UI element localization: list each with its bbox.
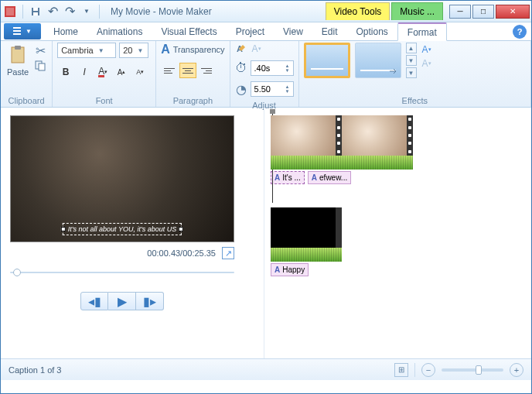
group-clipboard: Paste ✂ Clipboard — [1, 41, 53, 107]
redo-button[interactable]: ↷ — [62, 4, 77, 19]
svg-rect-1 — [6, 8, 14, 15]
maximize-button[interactable]: □ — [472, 5, 494, 19]
align-right-button[interactable] — [198, 63, 215, 78]
paste-button[interactable]: Paste — [5, 43, 30, 78]
timeline-clip-3[interactable] — [271, 207, 342, 248]
audio-track-2[interactable] — [271, 248, 342, 262]
timeline-clip-1[interactable] — [271, 115, 342, 156]
view-toggle-button[interactable]: ⊞ — [394, 363, 408, 377]
group-clipboard-label: Clipboard — [5, 94, 47, 107]
grow-font-button[interactable]: A▴ — [113, 64, 130, 80]
svg-rect-4 — [33, 12, 38, 15]
ribbon: Paste ✂ Clipboard Cambria▼ 20▼ B I A▾ A▴… — [1, 41, 531, 108]
start-time-spinner[interactable]: .40s▲▼ — [251, 60, 294, 76]
outline-a-button[interactable]: A▾ — [420, 44, 434, 55]
svg-rect-7 — [13, 33, 21, 35]
preview-monitor[interactable]: It's not all about YOU, it's about US — [10, 115, 234, 242]
effect-thumb-2[interactable] — [355, 43, 401, 78]
tab-options[interactable]: Options — [347, 22, 397, 40]
titlebar: ↶ ↷ ▼ My Movie - Movie Maker Video Tools… — [1, 1, 531, 22]
effects-gallery-nav[interactable]: ▲▼▼ — [406, 43, 417, 78]
tab-visual-effects[interactable]: Visual Effects — [152, 22, 226, 40]
ribbon-tabs: ▼ Home Animations Visual Effects Project… — [1, 22, 531, 41]
group-effects-label: Effects — [304, 94, 526, 107]
qat-dropdown[interactable]: ▼ — [79, 4, 94, 19]
svg-rect-9 — [15, 46, 21, 50]
context-tab-video-tools[interactable]: Video Tools — [326, 2, 390, 20]
group-paragraph: ATransparency Paragraph — [156, 41, 230, 107]
edit-text-icon[interactable]: A — [235, 43, 247, 55]
bold-button[interactable]: B — [57, 64, 74, 80]
tab-edit[interactable]: Edit — [312, 22, 347, 40]
group-font-label: Font — [57, 94, 151, 107]
group-adjust: A A▾ ⏱ .40s▲▼ ◔ 5.50▲▼ Adjust — [230, 41, 299, 107]
group-paragraph-label: Paragraph — [161, 94, 224, 107]
svg-rect-5 — [13, 27, 21, 29]
font-outline-icon[interactable]: A▾ — [251, 43, 263, 55]
italic-button[interactable]: I — [76, 64, 93, 80]
svg-rect-3 — [33, 8, 38, 11]
context-tab-music-tools[interactable]: Music ... — [391, 2, 443, 20]
svg-rect-11 — [39, 63, 45, 70]
zoom-in-button[interactable]: + — [510, 363, 523, 377]
status-bar: Caption 1 of 3 ⊞ − + — [1, 358, 531, 380]
fullscreen-button[interactable]: ↗ — [222, 247, 234, 259]
shrink-font-button[interactable]: A▾ — [131, 64, 148, 80]
outline-b-button[interactable]: A▾ — [420, 58, 434, 69]
font-size-combo[interactable]: 20▼ — [119, 43, 148, 58]
zoom-slider[interactable] — [442, 368, 503, 372]
play-button[interactable]: ▶ — [108, 292, 136, 310]
caption-block-2[interactable]: Aefwew... — [308, 171, 351, 184]
duration-icon: ◔ — [235, 83, 247, 95]
prev-frame-button[interactable]: ◂▮ — [80, 292, 108, 310]
tab-home[interactable]: Home — [44, 22, 87, 40]
close-button[interactable]: ✕ — [496, 5, 530, 19]
minimize-button[interactable]: ─ — [449, 5, 471, 19]
time-display: 00:00.43/00:25.35 — [147, 248, 216, 258]
font-family-combo[interactable]: Cambria▼ — [57, 43, 116, 58]
file-tab[interactable]: ▼ — [4, 23, 41, 39]
quick-access-toolbar: ↶ ↷ ▼ — [19, 4, 103, 19]
start-time-icon: ⏱ — [235, 62, 247, 74]
seek-thumb[interactable] — [13, 269, 21, 276]
duration-spinner[interactable]: 5.50▲▼ — [251, 81, 294, 97]
app-icon — [5, 6, 15, 17]
zoom-thumb[interactable] — [476, 365, 482, 375]
caption-block-3[interactable]: AHappy — [271, 263, 309, 276]
caption-block-1[interactable]: AIt's ... — [271, 171, 305, 184]
save-button[interactable] — [28, 4, 43, 19]
timeline-pane[interactable]: AIt's ... Aefwew... AHappy — [264, 108, 531, 358]
copy-button[interactable] — [33, 60, 47, 72]
svg-rect-6 — [13, 30, 21, 32]
seek-bar[interactable] — [10, 267, 234, 278]
group-font: Cambria▼ 20▼ B I A▾ A▴ A▾ Font — [53, 41, 156, 107]
transparency-button[interactable]: ATransparency — [161, 43, 224, 57]
timeline-clip-2[interactable] — [342, 115, 413, 156]
tab-project[interactable]: Project — [227, 22, 274, 40]
preview-pane: It's not all about YOU, it's about US 00… — [1, 108, 264, 358]
window-title: My Movie - Movie Maker — [111, 6, 212, 17]
caption-text-overlay[interactable]: It's not all about YOU, it's about US — [63, 223, 182, 235]
audio-track-1[interactable] — [271, 156, 413, 170]
status-caption-info: Caption 1 of 3 — [9, 365, 62, 375]
cut-button[interactable]: ✂ — [33, 44, 47, 57]
group-effects: ▲▼▼ A▾ A▾ Effects — [299, 41, 531, 107]
paste-label: Paste — [7, 67, 29, 77]
align-left-button[interactable] — [161, 63, 178, 78]
help-button[interactable]: ? — [513, 25, 527, 39]
font-color-button[interactable]: A▾ — [94, 64, 111, 80]
align-center-button[interactable] — [179, 63, 196, 78]
zoom-out-button[interactable]: − — [421, 363, 435, 377]
tab-format[interactable]: Format — [397, 22, 447, 41]
tab-animations[interactable]: Animations — [87, 22, 152, 40]
tab-view[interactable]: View — [274, 22, 312, 40]
effect-thumb-1[interactable] — [304, 43, 350, 78]
undo-button[interactable]: ↶ — [45, 4, 60, 19]
next-frame-button[interactable]: ▮▸ — [136, 292, 164, 310]
main-area: It's not all about YOU, it's about US 00… — [1, 108, 531, 358]
